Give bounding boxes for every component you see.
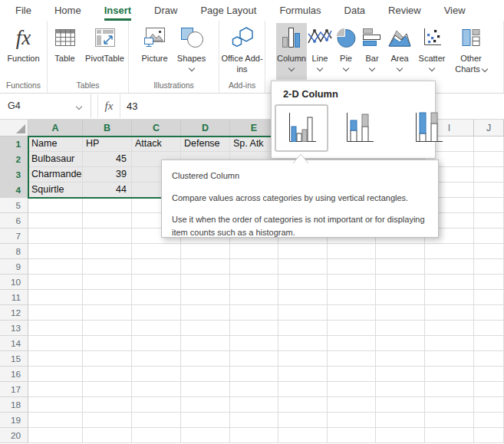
cell-f12[interactable] bbox=[278, 305, 328, 321]
cell-b13[interactable] bbox=[83, 321, 132, 336]
tab-insert[interactable]: Insert bbox=[104, 0, 131, 21]
tab-view[interactable]: View bbox=[444, 0, 466, 21]
cell-i16[interactable] bbox=[425, 367, 474, 382]
cell-g16[interactable] bbox=[328, 367, 376, 382]
cell-f9[interactable] bbox=[278, 259, 328, 275]
stacked-column-100-option[interactable] bbox=[404, 104, 453, 148]
cell-h14[interactable] bbox=[376, 336, 425, 351]
name-box[interactable]: G4 bbox=[0, 94, 91, 118]
insert-function-button[interactable]: fx bbox=[97, 94, 120, 118]
cell-e10[interactable] bbox=[230, 275, 278, 290]
cell-d16[interactable] bbox=[181, 367, 230, 382]
pie-button[interactable]: Pie bbox=[333, 23, 359, 80]
cell-h13[interactable] bbox=[376, 321, 425, 336]
cell-e20[interactable] bbox=[230, 428, 278, 443]
cell-b17[interactable] bbox=[83, 382, 132, 397]
cell-d13[interactable] bbox=[181, 321, 230, 336]
cell-e19[interactable] bbox=[230, 413, 278, 428]
cell-b8[interactable] bbox=[83, 244, 132, 259]
cell-f10[interactable] bbox=[278, 275, 328, 290]
cell-f8[interactable] bbox=[278, 244, 328, 259]
cell-h17[interactable] bbox=[376, 382, 425, 397]
row-header-8[interactable]: 8 bbox=[0, 244, 28, 259]
row-header-9[interactable]: 9 bbox=[0, 259, 28, 275]
dropdown-chevron-icon[interactable] bbox=[317, 64, 323, 71]
cell-h16[interactable] bbox=[376, 367, 425, 382]
cell-h20[interactable] bbox=[376, 428, 425, 443]
cell-g20[interactable] bbox=[328, 428, 376, 443]
cell-a9[interactable] bbox=[28, 259, 83, 275]
cell-i17[interactable] bbox=[425, 382, 474, 397]
other-charts-button[interactable]: Other Charts bbox=[450, 23, 492, 80]
cell-d17[interactable] bbox=[181, 382, 230, 397]
column-header-d[interactable]: D bbox=[181, 120, 230, 136]
column-button[interactable]: Column bbox=[276, 23, 307, 80]
cell-a19[interactable] bbox=[28, 413, 83, 428]
column-header-j[interactable]: J bbox=[474, 120, 504, 136]
cell-j18[interactable] bbox=[474, 397, 504, 413]
cell-h10[interactable] bbox=[376, 275, 425, 290]
clustered-column-option[interactable] bbox=[275, 104, 328, 152]
row-header-3[interactable]: 3 bbox=[0, 167, 28, 183]
cell-j16[interactable] bbox=[474, 367, 504, 382]
column-header-a[interactable]: A bbox=[28, 120, 83, 136]
cell-e8[interactable] bbox=[230, 244, 278, 259]
cell-g9[interactable] bbox=[328, 259, 376, 275]
cell-e17[interactable] bbox=[230, 382, 278, 397]
cell-h19[interactable] bbox=[376, 413, 425, 428]
cell-d8[interactable] bbox=[181, 244, 230, 259]
row-header-16[interactable]: 16 bbox=[0, 367, 28, 382]
cell-c19[interactable] bbox=[132, 413, 181, 428]
cell-c20[interactable] bbox=[132, 428, 181, 443]
cell-b16[interactable] bbox=[83, 367, 132, 382]
cell-d11[interactable] bbox=[181, 290, 230, 305]
cell-e9[interactable] bbox=[230, 259, 278, 275]
cell-b12[interactable] bbox=[83, 305, 132, 321]
cell-b2[interactable]: 45 bbox=[83, 152, 132, 167]
cell-d14[interactable] bbox=[181, 336, 230, 351]
tab-data[interactable]: Data bbox=[344, 0, 365, 21]
cell-j4[interactable] bbox=[474, 183, 504, 198]
cell-a15[interactable] bbox=[28, 351, 83, 367]
cell-c13[interactable] bbox=[132, 321, 181, 336]
cell-i9[interactable] bbox=[425, 259, 474, 275]
row-header-11[interactable]: 11 bbox=[0, 290, 28, 305]
cell-i14[interactable] bbox=[425, 336, 474, 351]
cell-j1[interactable] bbox=[474, 136, 504, 152]
picture-button[interactable]: Picture bbox=[137, 23, 173, 80]
cell-a17[interactable] bbox=[28, 382, 83, 397]
row-header-2[interactable]: 2 bbox=[0, 152, 28, 167]
row-header-19[interactable]: 19 bbox=[0, 413, 28, 428]
cell-b3[interactable]: 39 bbox=[83, 167, 132, 183]
cell-a18[interactable] bbox=[28, 397, 83, 413]
cell-c11[interactable] bbox=[132, 290, 181, 305]
cell-j20[interactable] bbox=[474, 428, 504, 443]
row-header-18[interactable]: 18 bbox=[0, 397, 28, 413]
name-box-chevron-icon[interactable] bbox=[76, 104, 82, 110]
cell-c1[interactable]: Attack bbox=[132, 136, 181, 152]
function-button[interactable]: fxFunction bbox=[2, 23, 45, 80]
formula-input[interactable]: 43 bbox=[127, 94, 137, 118]
cell-j5[interactable] bbox=[474, 198, 504, 213]
cell-h11[interactable] bbox=[376, 290, 425, 305]
cell-h8[interactable] bbox=[376, 244, 425, 259]
cell-g15[interactable] bbox=[328, 351, 376, 367]
shapes-button[interactable]: Shapes bbox=[173, 23, 211, 80]
cell-j13[interactable] bbox=[474, 321, 504, 336]
cell-g17[interactable] bbox=[328, 382, 376, 397]
pivottable-button[interactable]: PivotTable bbox=[82, 23, 128, 80]
dropdown-chevron-icon[interactable] bbox=[343, 64, 349, 71]
tab-home[interactable]: Home bbox=[54, 0, 81, 21]
cell-a14[interactable] bbox=[28, 336, 83, 351]
cell-c8[interactable] bbox=[132, 244, 181, 259]
cell-j6[interactable] bbox=[474, 213, 504, 229]
bar-button[interactable]: Bar bbox=[359, 23, 385, 80]
select-all-button[interactable] bbox=[0, 120, 28, 136]
cell-i10[interactable] bbox=[425, 275, 474, 290]
dropdown-chevron-icon[interactable] bbox=[429, 64, 435, 71]
cell-b1[interactable]: HP bbox=[83, 136, 132, 152]
row-header-12[interactable]: 12 bbox=[0, 305, 28, 321]
dropdown-chevron-icon[interactable] bbox=[397, 64, 403, 71]
cell-b10[interactable] bbox=[83, 275, 132, 290]
tab-draw[interactable]: Draw bbox=[154, 0, 177, 21]
